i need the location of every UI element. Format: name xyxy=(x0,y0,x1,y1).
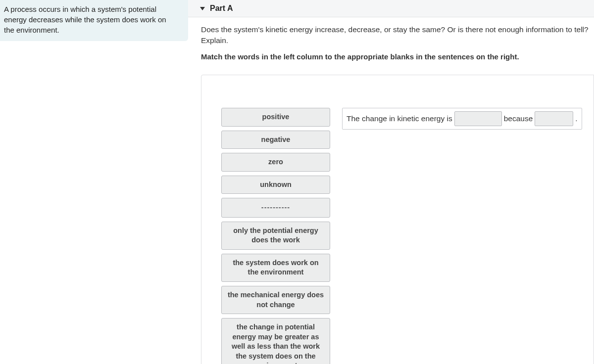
word-bank: positive negative zero unknown ---------… xyxy=(221,108,330,364)
sentence-pre: The change in kinetic energy is xyxy=(346,114,452,123)
drop-slot-2[interactable] xyxy=(535,111,573,126)
collapse-caret-icon[interactable] xyxy=(200,7,205,10)
tile-negative[interactable]: negative xyxy=(221,131,330,149)
tile-divider[interactable]: ---------- xyxy=(221,198,330,218)
problem-statement-text: A process occurs in which a system's pot… xyxy=(4,4,176,35)
part-header[interactable]: Part A xyxy=(188,0,594,17)
sentence-mid: because xyxy=(504,114,533,123)
tile-zero[interactable]: zero xyxy=(221,153,330,172)
question-area: Does the system's kinetic energy increas… xyxy=(188,17,594,68)
sentence-end: . xyxy=(575,114,577,123)
tile-system-work[interactable]: the system does work on the environment xyxy=(221,254,330,282)
problem-statement-panel: A process occurs in which a system's pot… xyxy=(0,0,188,41)
sentence-area: The change in kinetic energy is because … xyxy=(342,108,582,130)
tile-mechanical-energy[interactable]: the mechanical energy does not change xyxy=(221,286,330,314)
instruction-text: Match the words in the left column to th… xyxy=(201,52,590,61)
tile-only-potential[interactable]: only the potential energy does the work xyxy=(221,222,330,250)
part-title: Part A xyxy=(210,4,233,13)
matching-workspace: positive negative zero unknown ---------… xyxy=(201,75,594,364)
sentence-row: The change in kinetic energy is because … xyxy=(342,108,582,130)
main-content: Part A Does the system's kinetic energy … xyxy=(188,0,594,364)
question-text: Does the system's kinetic energy increas… xyxy=(201,24,590,46)
tile-positive[interactable]: positive xyxy=(221,108,330,127)
tile-unknown[interactable]: unknown xyxy=(221,176,330,194)
drop-slot-1[interactable] xyxy=(454,111,502,126)
tile-change-potential[interactable]: the change in potential energy may be gr… xyxy=(221,318,330,364)
